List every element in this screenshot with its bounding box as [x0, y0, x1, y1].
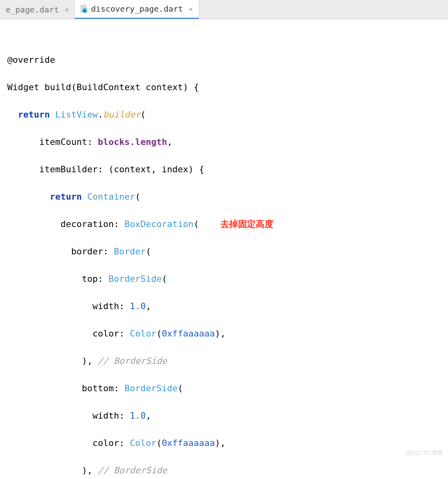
code-line: itemCount: blocks.length,: [7, 135, 448, 149]
watermark: @51CTO博客: [406, 449, 443, 457]
code-line: color: Color(0xffaaaaaa),: [7, 327, 448, 341]
code-editor[interactable]: @override Widget build(BuildContext cont…: [0, 19, 448, 479]
tab-label: discovery_page.dart: [91, 4, 183, 14]
annotation-label: 去掉固定高度: [220, 217, 273, 231]
code-line: ), // BorderSide: [7, 354, 448, 368]
code-line: top: BorderSide(: [7, 272, 448, 286]
code-line: return Container(: [7, 190, 448, 204]
tab-bar: e_page.dart × discovery_page.dart ×: [0, 0, 448, 19]
close-icon[interactable]: ×: [189, 5, 193, 13]
code-line: width: 1.0,: [7, 409, 448, 423]
code-line: itemBuilder: (context, index) {: [7, 163, 448, 176]
code-line: color: Color(0xffaaaaaa),: [7, 436, 448, 450]
code-line: bottom: BorderSide(: [7, 382, 448, 395]
code-line: return ListView.builder(: [7, 108, 448, 122]
code-line: ), // BorderSide: [7, 464, 448, 477]
code-line: decoration: BoxDecoration(去掉固定高度: [7, 217, 448, 231]
code-line: border: Border(: [7, 245, 448, 258]
tab-file-2[interactable]: discovery_page.dart ×: [75, 0, 199, 19]
dart-file-icon: [80, 5, 88, 13]
code-line: @override: [7, 53, 448, 67]
tab-label: e_page.dart: [6, 5, 59, 14]
code-line: width: 1.0,: [7, 299, 448, 313]
close-icon[interactable]: ×: [64, 5, 69, 14]
code-line: Widget build(BuildContext context) {: [7, 81, 448, 94]
tab-file-1[interactable]: e_page.dart ×: [0, 0, 75, 19]
